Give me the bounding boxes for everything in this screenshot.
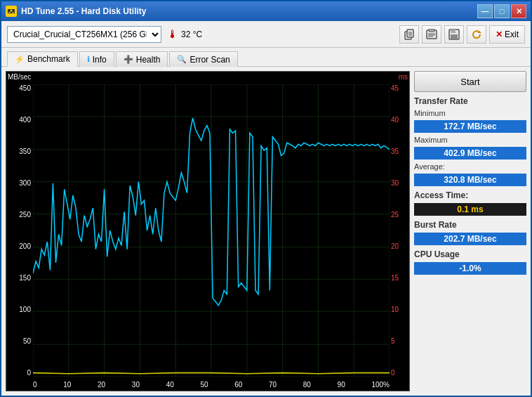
svg-rect-18 [455,30,457,32]
tab-info[interactable]: ℹ Info [79,51,114,67]
maximize-button[interactable]: □ [494,4,510,18]
paste-button[interactable] [422,25,441,44]
svg-rect-3 [12,12,14,13]
app-icon [6,6,17,17]
burst-rate-label: Burst Rate [414,220,526,230]
minimum-label: Minimum [414,109,526,117]
error-scan-tab-icon: 🔍 [177,55,187,64]
copy-button[interactable] [399,25,419,44]
access-time-label: Access Time: [414,190,526,200]
svg-point-4 [11,10,13,12]
main-window: HD Tune 2.55 - Hard Disk Utility — □ ✕ C… [0,0,532,397]
close-button[interactable]: ✕ [511,4,526,18]
error-scan-tab-label: Error Scan [189,55,230,65]
refresh-button[interactable] [467,25,486,44]
transfer-rate-section: Transfer Rate Minimum 172.7 MB/sec Maxim… [414,96,526,186]
window-title: HD Tune 2.55 - Hard Disk Utility [21,6,146,16]
svg-rect-17 [451,34,458,39]
access-time-section: Access Time: 0.1 ms [414,190,526,216]
main-content: MB/sec ms 450 400 350 300 250 200 150 10… [1,67,531,396]
chart-unit-right: ms [399,73,408,81]
title-bar-left: HD Tune 2.55 - Hard Disk Utility [6,6,146,17]
x-icon: ✕ [496,30,503,39]
temperature-icon: 🌡 [167,28,178,41]
health-tab-icon: ➕ [124,55,133,64]
drive-selector[interactable]: Crucial_Crucial_CT256MX1 (256 GB) [7,26,161,43]
benchmark-chart: MB/sec ms 450 400 350 300 250 200 150 10… [6,71,410,391]
info-tab-icon: ℹ [87,55,90,64]
access-time-value: 0.1 ms [414,203,526,216]
tab-benchmark[interactable]: ⚡ Benchmark [7,51,78,67]
minimize-button[interactable]: — [477,4,493,18]
maximum-value: 402.9 MB/sec [414,147,526,160]
side-panel: Start Transfer Rate Minimum 172.7 MB/sec… [414,71,526,391]
cpu-usage-value: -1.0% [414,262,526,275]
transfer-rate-label: Transfer Rate [414,96,526,106]
tab-bar: ⚡ Benchmark ℹ Info ➕ Health 🔍 Error Scan [1,48,531,67]
burst-rate-value: 202.7 MB/sec [414,233,526,245]
toolbar-left: Crucial_Crucial_CT256MX1 (256 GB) 🌡 32 °… [7,26,202,43]
cpu-usage-section: CPU Usage -1.0% [414,249,526,275]
info-tab-label: Info [93,55,107,65]
title-controls: — □ ✕ [477,4,526,18]
title-bar: HD Tune 2.55 - Hard Disk Utility — □ ✕ [1,1,531,21]
minimum-value: 172.7 MB/sec [414,120,526,133]
x-axis-labels: 0 10 20 30 40 50 60 70 80 90 100% [33,381,390,389]
average-value: 320.8 MB/sec [414,174,526,186]
svg-rect-16 [451,30,456,33]
temperature-value: 32 °C [181,30,202,39]
exit-label: Exit [505,30,519,39]
svg-rect-11 [429,29,434,32]
temperature-indicator: 🌡 32 °C [167,28,202,41]
tab-error-scan[interactable]: 🔍 Error Scan [169,51,237,67]
toolbar-right: ✕ Exit [399,25,525,44]
save-button[interactable] [444,25,464,44]
cpu-usage-label: CPU Usage [414,249,526,259]
tab-health[interactable]: ➕ Health [116,51,168,67]
average-label: Average: [414,162,526,171]
benchmark-tab-icon: ⚡ [15,55,25,64]
chart-unit-left: MB/sec [8,73,31,81]
chart-svg [33,84,390,377]
svg-rect-2 [8,12,11,13]
maximum-label: Maximum [414,136,526,144]
health-tab-label: Health [136,55,161,65]
exit-button[interactable]: ✕ Exit [489,25,525,44]
start-button[interactable]: Start [414,71,526,92]
y-axis-right: 45 40 35 30 25 20 15 10 5 0 [390,84,409,377]
burst-rate-section: Burst Rate 202.7 MB/sec [414,220,526,245]
y-axis-left: 450 400 350 300 250 200 150 100 50 0 [6,84,33,377]
benchmark-tab-label: Benchmark [27,54,70,64]
toolbar: Crucial_Crucial_CT256MX1 (256 GB) 🌡 32 °… [1,21,531,48]
